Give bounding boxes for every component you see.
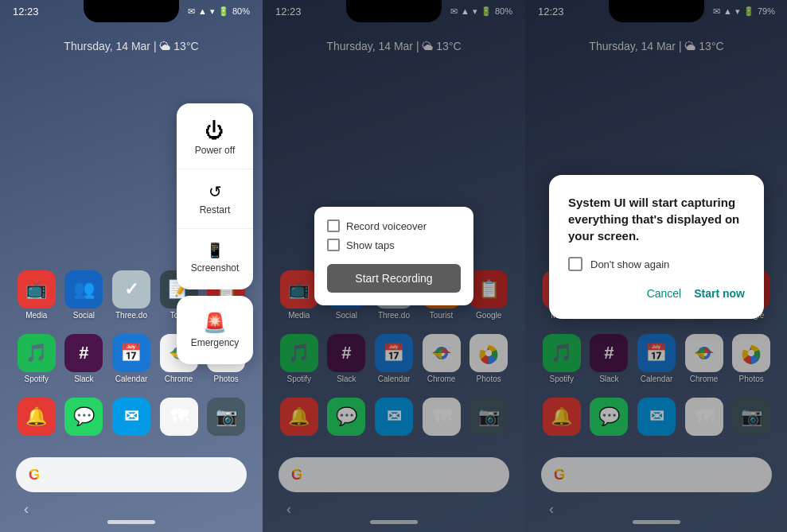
app-mail[interactable]: ✉ bbox=[111, 398, 152, 438]
restart-label: Restart bbox=[200, 204, 231, 216]
app-spotify-label: Spotify bbox=[25, 375, 49, 383]
nav-bar-1: ‹ bbox=[0, 520, 263, 524]
emergency-card: 🚨 Emergency bbox=[177, 296, 253, 364]
dont-show-again-row: Don't show again bbox=[568, 257, 745, 271]
app-calendar-icon: 📅 bbox=[112, 334, 150, 372]
phone-3: 12:23 ✉ ▲ ▾ 🔋 79% Thursday, 14 Mar | 🌥 1… bbox=[525, 0, 787, 532]
app-podcast-icon: 🔔 bbox=[18, 398, 56, 436]
record-voiceover-checkbox[interactable] bbox=[327, 219, 340, 232]
app-maps[interactable]: 🗺 bbox=[158, 398, 200, 438]
app-social-icon: 👥 bbox=[64, 270, 103, 309]
dialog-actions: Cancel Start now bbox=[568, 287, 745, 300]
app-threedo-label: Three.do bbox=[115, 311, 147, 320]
app-camera-icon: 📷 bbox=[207, 398, 245, 436]
back-button-1[interactable]: ‹ bbox=[24, 501, 29, 518]
system-ui-dialog: System UI will start capturing everythin… bbox=[549, 175, 764, 319]
screenshot-icon: 📱 bbox=[206, 242, 224, 259]
app-whatsapp[interactable]: 💬 bbox=[64, 398, 105, 438]
app-mail-icon: ✉ bbox=[112, 398, 150, 436]
dont-show-again-label: Don't show again bbox=[590, 258, 669, 270]
app-media-icon: 📺 bbox=[18, 270, 56, 309]
power-off-button[interactable]: ⏻ Power off bbox=[177, 107, 253, 169]
dont-show-again-checkbox[interactable] bbox=[568, 257, 582, 271]
phone-2: 12:23 ✉ ▲ ▾ 🔋 80% Thursday, 14 Mar | 🌥 1… bbox=[263, 0, 525, 532]
app-social[interactable]: 👥 Social bbox=[64, 270, 105, 320]
power-menu: ⏻ Power off ↺ Restart 📱 Screenshot 🚨 Eme… bbox=[177, 103, 253, 364]
dialog-start-button[interactable]: Start now bbox=[694, 287, 745, 300]
dialog-cancel-button[interactable]: Cancel bbox=[647, 287, 682, 300]
google-g-icon-1: G bbox=[29, 467, 40, 483]
app-threedo-icon: ✓ bbox=[112, 270, 150, 309]
msg-icon-1: ✉ bbox=[188, 6, 195, 17]
app-slack-icon: # bbox=[64, 334, 103, 372]
power-off-icon: ⏻ bbox=[205, 119, 224, 142]
app-photos-label: Photos bbox=[214, 375, 239, 383]
screenshot-button[interactable]: 📱 Screenshot bbox=[177, 229, 253, 286]
search-bar-1[interactable]: G bbox=[16, 457, 247, 492]
restart-icon: ↺ bbox=[208, 182, 222, 201]
show-taps-label: Show taps bbox=[346, 239, 395, 251]
screen-record-overlay: Record voiceover Show taps Start Recordi… bbox=[314, 207, 473, 305]
battery-pct-1: 80% bbox=[232, 6, 250, 16]
show-taps-checkbox[interactable] bbox=[327, 239, 340, 251]
app-media-label: Media bbox=[25, 311, 47, 320]
app-social-label: Social bbox=[73, 311, 95, 320]
restart-button[interactable]: ↺ Restart bbox=[177, 169, 253, 229]
app-calendar[interactable]: 📅 Calendar bbox=[111, 334, 152, 383]
emergency-icon: 🚨 bbox=[203, 312, 227, 334]
emergency-label: Emergency bbox=[191, 337, 240, 348]
app-threedo[interactable]: ✓ Three.do bbox=[111, 270, 152, 320]
dialog-title: System UI will start capturing everythin… bbox=[568, 194, 745, 244]
start-recording-button[interactable]: Start Recording bbox=[327, 264, 461, 293]
signal-icon-1: ▲ bbox=[198, 6, 207, 16]
wifi-icon-1: ▾ bbox=[210, 6, 215, 17]
app-spotify-icon: 🎵 bbox=[18, 334, 56, 372]
app-maps-icon: 🗺 bbox=[160, 398, 198, 436]
phone-1: 12:23 ✉ ▲ ▾ 🔋 80% Thursday, 14 Mar | 🌥 1… bbox=[0, 0, 263, 532]
status-icons-1: ✉ ▲ ▾ 🔋 80% bbox=[188, 6, 250, 17]
emergency-button[interactable]: 🚨 Emergency bbox=[177, 299, 253, 361]
weather-1: Thursday, 14 Mar | 🌥 13°C bbox=[0, 40, 263, 52]
app-slack-label: Slack bbox=[74, 375, 93, 383]
app-whatsapp-icon: 💬 bbox=[64, 398, 103, 436]
app-media[interactable]: 📺 Media bbox=[16, 270, 57, 320]
home-indicator-1[interactable] bbox=[107, 520, 155, 524]
screenshot-label: Screenshot bbox=[191, 262, 240, 274]
app-chrome-label: Chrome bbox=[165, 375, 193, 383]
record-voiceover-row: Record voiceover bbox=[327, 219, 461, 232]
dialog-system-ui-bold: System UI bbox=[568, 196, 626, 209]
show-taps-row: Show taps bbox=[327, 239, 461, 251]
record-voiceover-label: Record voiceover bbox=[346, 220, 427, 232]
app-slack[interactable]: # Slack bbox=[64, 334, 105, 383]
app-grid-row3-p1: 🔔 💬 ✉ 🗺 📷 bbox=[16, 398, 247, 438]
app-spotify[interactable]: 🎵 Spotify bbox=[16, 334, 57, 383]
status-time-1: 12:23 bbox=[13, 6, 39, 17]
power-off-label: Power off bbox=[195, 145, 235, 156]
battery-icon-1: 🔋 bbox=[218, 6, 229, 17]
app-podcast[interactable]: 🔔 bbox=[16, 398, 57, 438]
power-card: ⏻ Power off ↺ Restart 📱 Screenshot bbox=[177, 103, 253, 289]
app-calendar-label: Calendar bbox=[115, 375, 148, 383]
app-camera[interactable]: 📷 bbox=[205, 398, 247, 438]
notch-1 bbox=[84, 0, 179, 22]
